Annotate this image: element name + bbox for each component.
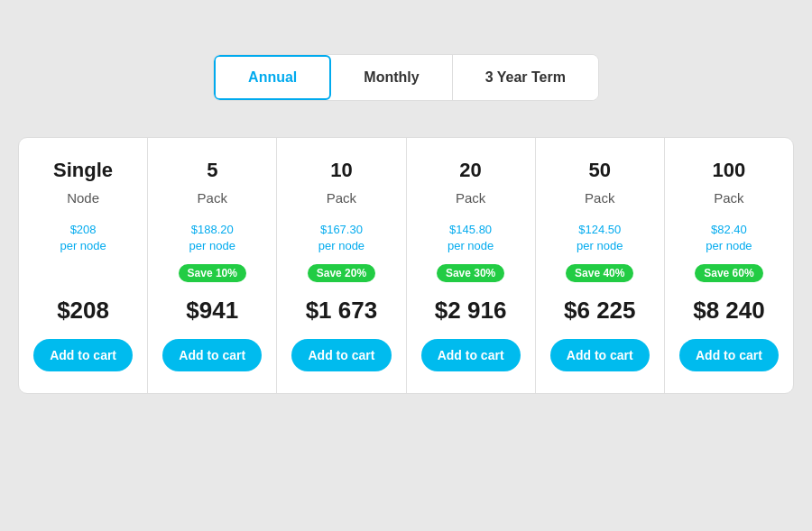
add-to-cart-button[interactable]: Add to cart [679,339,779,371]
plan-total-price: $941 [186,297,238,325]
plan-total-price: $8 240 [693,297,765,325]
billing-btn-monthly[interactable]: Monthly [331,55,452,100]
add-to-cart-button[interactable]: Add to cart [33,339,133,371]
plan-per-node-price: $167.30per node [318,222,364,254]
plan-sub: Node [67,190,99,206]
plan-save-badge: Save 60% [695,264,762,282]
plan-save-badge: Save 20% [308,264,375,282]
billing-btn-three-year[interactable]: 3 Year Term [453,55,598,100]
plan-col-five-pack: 5Pack$188.20per nodeSave 10%$941Add to c… [148,138,277,393]
plan-save-badge: Save 10% [179,264,246,282]
add-to-cart-button[interactable]: Add to cart [162,339,262,371]
plan-total-price: $2 916 [435,297,507,325]
plan-per-node-price: $82.40per node [706,222,752,254]
plan-save-badge: Save 30% [437,264,504,282]
plan-per-node-price: $188.20per node [189,222,235,254]
plan-col-fifty-pack: 50Pack$124.50per nodeSave 40%$6 225Add t… [536,138,665,393]
plan-col-ten-pack: 10Pack$167.30per nodeSave 20%$1 673Add t… [277,138,406,393]
plan-name: 10 [330,160,352,181]
plan-name: 20 [459,160,481,181]
plan-sub: Pack [327,190,356,206]
plan-col-twenty-pack: 20Pack$145.80per nodeSave 30%$2 916Add t… [407,138,536,393]
plan-sub: Pack [198,190,227,206]
plan-name: 5 [207,160,217,181]
add-to-cart-button[interactable]: Add to cart [291,339,391,371]
plan-col-hundred-pack: 100Pack$82.40per nodeSave 60%$8 240Add t… [665,138,793,393]
plan-sub: Pack [585,190,614,206]
plan-per-node-price: $145.80per node [448,222,494,254]
add-to-cart-button[interactable]: Add to cart [421,339,521,371]
plan-col-single: SingleNode$208per nodeSave 0%$208Add to … [19,138,148,393]
plan-name: 50 [589,160,611,181]
plan-sub: Pack [714,190,743,206]
plan-per-node-price: $208per node [60,222,106,254]
billing-btn-annual[interactable]: Annual [214,55,331,100]
plans-container: SingleNode$208per nodeSave 0%$208Add to … [18,137,794,394]
plan-sub: Pack [456,190,485,206]
plan-save-badge: Save 40% [566,264,633,282]
plan-total-price: $208 [57,297,109,325]
plan-total-price: $1 673 [306,297,378,325]
add-to-cart-button[interactable]: Add to cart [550,339,650,371]
plan-total-price: $6 225 [564,297,636,325]
plan-per-node-price: $124.50per node [577,222,623,254]
plan-name: Single [53,160,113,181]
billing-toggle: AnnualMonthly3 Year Term [213,54,599,101]
plan-name: 100 [713,160,746,181]
